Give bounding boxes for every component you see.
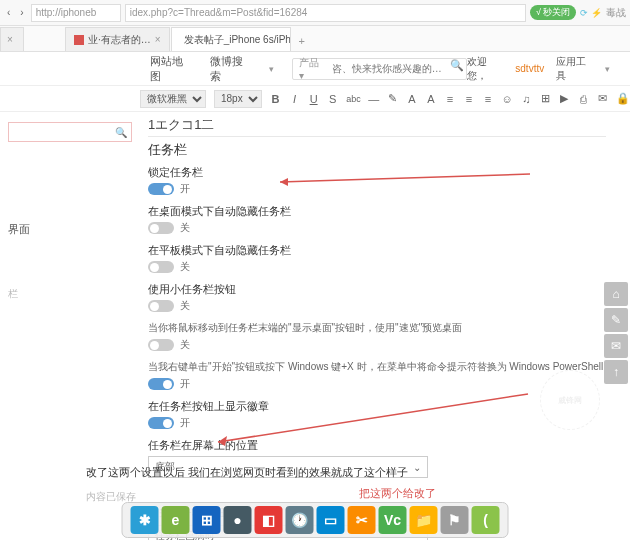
hr-button[interactable]: — [368, 93, 379, 105]
toggle[interactable] [148, 378, 174, 390]
setting-label: 在平板模式下自动隐藏任务栏 [148, 243, 606, 258]
editor-toolbar: 微软雅黑 18px B I U S abc — ✎ A A ≡ ≡ ≡ ☺ ♫ … [0, 86, 630, 112]
close-badge[interactable]: √ 秒关闭 [530, 5, 576, 20]
search-category[interactable]: 产品 ▾ [293, 56, 327, 81]
dock-icon[interactable]: ⚑ [441, 506, 469, 534]
url-path[interactable] [125, 4, 526, 22]
setting-label: 任务栏在屏幕上的位置 [148, 438, 606, 453]
dock-icon[interactable]: Vc [379, 506, 407, 534]
mail-button[interactable]: ✉ [597, 92, 608, 105]
toggle[interactable] [148, 261, 174, 273]
setting-label: 锁定任务栏 [148, 165, 606, 180]
forward-button[interactable]: › [17, 7, 26, 18]
setting-lock: 锁定任务栏 开 [148, 165, 606, 196]
tab-close-red[interactable]: × [0, 27, 24, 51]
dock-icon[interactable]: ✂ [348, 506, 376, 534]
favicon [74, 35, 84, 45]
toggle[interactable] [148, 417, 174, 429]
tab-strip: × 业·有志者的…× 发表帖子_iPhone 6s/iPhone 6…× + [0, 26, 630, 52]
welcome-text: 欢迎您， [467, 55, 504, 83]
float-top[interactable]: ↑ [604, 360, 628, 384]
dock-icon[interactable]: ( [472, 506, 500, 534]
setting-autohide-desktop: 在桌面模式下自动隐藏任务栏 关 [148, 204, 606, 235]
new-tab-button[interactable]: + [292, 31, 312, 51]
toggle-state: 开 [180, 416, 190, 430]
setting-label: 使用小任务栏按钮 [148, 282, 606, 297]
page-nav: 网站地图 微博搜索 ▾ 产品 ▾ 🔍 欢迎您， sdtvttv 应用工具 ▾ [0, 52, 630, 86]
nav-weibo[interactable]: 微博搜索 [210, 54, 252, 84]
addr-right: 毒战 [606, 6, 626, 20]
float-home[interactable]: ⌂ [604, 282, 628, 306]
tab-label: 发表帖子_iPhone 6s/iPhone 6… [184, 33, 291, 47]
sidebar-label-bar: 栏 [8, 287, 132, 301]
setting-desc: 当我右键单击"开始"按钮或按下 Windows 键+X 时，在菜单中将命令提示符… [148, 360, 606, 374]
float-toolbar: ⌂ ✎ ✉ ↑ [604, 282, 628, 384]
italic-button[interactable]: I [289, 93, 300, 105]
toggle[interactable] [148, 183, 174, 195]
dock-icon[interactable]: ● [224, 506, 252, 534]
size-select[interactable]: 18px [214, 90, 262, 108]
image-button[interactable]: ⊞ [540, 92, 551, 105]
toggle-state: 开 [180, 182, 190, 196]
bold-button[interactable]: B [270, 93, 281, 105]
dock: ✱e⊞●◧🕐▭✂Vc📁⚑( [122, 502, 509, 538]
abc-button[interactable]: abc [346, 94, 360, 104]
sidebar-search-input[interactable] [13, 127, 103, 138]
toggle-state: 关 [180, 260, 190, 274]
list2-button[interactable]: ≡ [482, 93, 493, 105]
strike-button[interactable]: S [327, 93, 338, 105]
lock-button[interactable]: 🔒 [616, 92, 630, 105]
address-bar: ‹ › √ 秒关闭 ⟳ ⚡ 毒战 [0, 0, 630, 26]
username[interactable]: sdtvttv [515, 63, 544, 74]
chevron-down-icon[interactable]: ▾ [269, 64, 274, 74]
annotation-text: 把这两个给改了 [188, 486, 606, 501]
toggle[interactable] [148, 339, 174, 351]
search-icon[interactable]: 🔍 [448, 59, 466, 79]
setting-label: 在桌面模式下自动隐藏任务栏 [148, 204, 606, 219]
toggle-state: 开 [180, 377, 190, 391]
tab-label: 业·有志者的… [88, 33, 151, 47]
sidebar-search[interactable]: 🔍 [8, 122, 132, 142]
font-select[interactable]: 微软雅黑 [140, 90, 206, 108]
music-button[interactable]: ♫ [521, 93, 532, 105]
setting-desc: 当你将鼠标移动到任务栏末端的"显示桌面"按钮时，使用"速览"预览桌面 [148, 321, 606, 335]
ext-icon[interactable]: ⟳ ⚡ [580, 8, 602, 18]
dock-icon[interactable]: 📁 [410, 506, 438, 534]
panel-header: 1エクコ1二 [148, 116, 606, 137]
chevron-down-icon[interactable]: ▾ [605, 64, 610, 74]
setting-badges: 在任务栏按钮上显示徽章 开 [148, 399, 606, 430]
emoji-button[interactable]: ☺ [502, 93, 513, 105]
dock-icon[interactable]: ⊞ [193, 506, 221, 534]
dock-icon[interactable]: e [162, 506, 190, 534]
sidebar-label-ui: 界面 [8, 222, 132, 237]
tab-1[interactable]: 业·有志者的…× [65, 27, 170, 51]
setting-small-buttons: 使用小任务栏按钮 关 [148, 282, 606, 313]
underline-button[interactable]: U [308, 93, 319, 105]
close-icon[interactable]: × [155, 34, 161, 45]
chevron-down-icon: ⌄ [413, 462, 421, 473]
bgcolor-button[interactable]: A [425, 93, 436, 105]
toggle-state: 关 [180, 299, 190, 313]
toggle[interactable] [148, 222, 174, 234]
back-button[interactable]: ‹ [4, 7, 13, 18]
color-button[interactable]: A [406, 93, 417, 105]
nav-tools[interactable]: 应用工具 [556, 55, 593, 83]
dock-icon[interactable]: ◧ [255, 506, 283, 534]
align-button[interactable]: ≡ [444, 93, 455, 105]
list-button[interactable]: ≡ [463, 93, 474, 105]
print-button[interactable]: ⎙ [578, 93, 589, 105]
section-title: 任务栏 [148, 141, 606, 159]
float-mail[interactable]: ✉ [604, 334, 628, 358]
edit-button[interactable]: ✎ [387, 92, 398, 105]
float-edit[interactable]: ✎ [604, 308, 628, 332]
dock-icon[interactable]: ▭ [317, 506, 345, 534]
nav-sitemap[interactable]: 网站地图 [150, 54, 192, 84]
video-button[interactable]: ▶ [559, 92, 570, 105]
toggle[interactable] [148, 300, 174, 312]
url-input[interactable] [31, 4, 121, 22]
search-input[interactable] [328, 63, 448, 74]
dock-icon[interactable]: 🕐 [286, 506, 314, 534]
tab-2[interactable]: 发表帖子_iPhone 6s/iPhone 6…× [171, 27, 291, 51]
dock-icon[interactable]: ✱ [131, 506, 159, 534]
watermark: 威锋网 [540, 370, 600, 430]
